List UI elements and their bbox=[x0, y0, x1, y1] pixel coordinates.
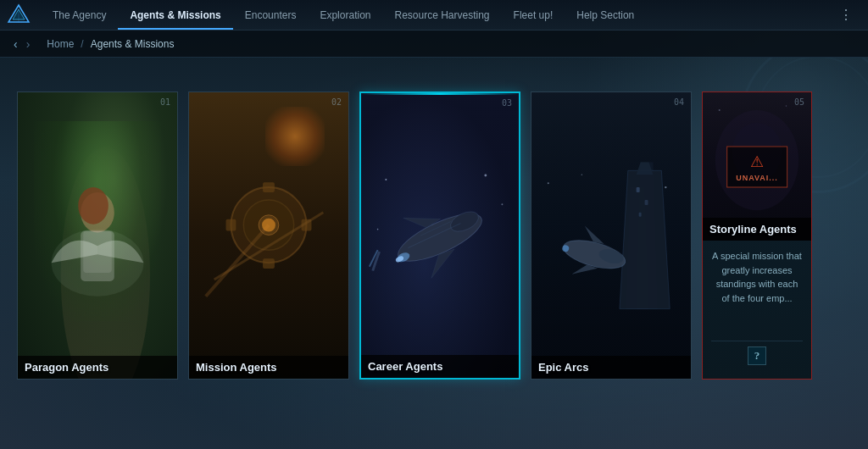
svg-rect-11 bbox=[263, 182, 275, 192]
svg-point-19 bbox=[484, 175, 487, 177]
svg-rect-33 bbox=[645, 200, 648, 205]
card-title-career: Career Agents bbox=[368, 360, 512, 373]
breadcrumb-forward[interactable]: › bbox=[23, 36, 34, 53]
card-title-paragon: Paragon Agents bbox=[25, 361, 170, 374]
sidebar-item-the-agency[interactable]: The Agency bbox=[41, 0, 118, 30]
breadcrumb-back[interactable]: ‹ bbox=[10, 36, 21, 53]
card-number-04: 04 bbox=[674, 97, 684, 107]
card-number-03: 03 bbox=[502, 98, 512, 108]
cards-container: 01 bbox=[17, 83, 851, 432]
card-image-paragon: Paragon Agents bbox=[18, 92, 177, 379]
card-mission-agents[interactable]: 02 bbox=[188, 91, 349, 380]
breadcrumb-home[interactable]: Home bbox=[47, 38, 74, 50]
app-logo bbox=[7, 3, 31, 27]
sidebar-item-encounters[interactable]: Encounters bbox=[233, 0, 309, 30]
card-body-mission: Browse agents looking to hire in various… bbox=[189, 379, 348, 380]
unavailable-overlay: ⚠ UNAVAI... bbox=[726, 146, 787, 187]
svg-rect-13 bbox=[226, 219, 236, 231]
svg-point-17 bbox=[262, 219, 275, 232]
navbar: The Agency Agents & Missions Encounters … bbox=[0, 0, 868, 30]
card-number-05: 05 bbox=[794, 97, 804, 107]
svg-point-18 bbox=[385, 179, 387, 180]
card-body-paragon: Deliver requested items to unlock Parago… bbox=[18, 379, 177, 380]
card-title-mission: Mission Agents bbox=[196, 361, 342, 374]
svg-point-5 bbox=[78, 187, 108, 224]
card-image-career: Career Agents bbox=[361, 93, 519, 378]
svg-point-30 bbox=[665, 186, 666, 188]
card-description-storyline: A special mission that greatly increases… bbox=[711, 249, 803, 305]
card-image-mission: Mission Agents bbox=[189, 92, 348, 379]
card-body-career: Take a specialized course in each of New… bbox=[361, 378, 519, 380]
svg-rect-12 bbox=[263, 258, 275, 269]
nav-more-button[interactable]: ⋮ bbox=[831, 7, 861, 23]
unavailable-text: UNAVAI... bbox=[736, 173, 778, 181]
card-body-storyline: A special mission that greatly increases… bbox=[703, 241, 811, 379]
card-title-bar-career: Career Agents bbox=[361, 355, 519, 378]
sidebar-item-exploration[interactable]: Exploration bbox=[308, 0, 382, 30]
card-title-epic: Epic Arcs bbox=[538, 361, 684, 374]
card-image-epic: Epic Arcs bbox=[531, 92, 691, 379]
svg-point-28 bbox=[548, 182, 549, 184]
card-paragon-agents[interactable]: 01 bbox=[17, 91, 178, 380]
card-number-01: 01 bbox=[160, 97, 170, 107]
breadcrumb-nav: ‹ › bbox=[10, 36, 33, 53]
sidebar-item-agents-missions[interactable]: Agents & Missions bbox=[118, 0, 232, 30]
breadcrumb-separator: / bbox=[81, 38, 83, 50]
sidebar-item-resource-harvesting[interactable]: Resource Harvesting bbox=[382, 0, 501, 30]
svg-point-38 bbox=[719, 109, 721, 111]
svg-point-21 bbox=[377, 229, 379, 230]
card-title-bar-storyline: Storyline Agents bbox=[703, 218, 811, 241]
card-title-bar-paragon: Paragon Agents bbox=[18, 356, 177, 379]
svg-point-39 bbox=[786, 105, 787, 107]
svg-rect-32 bbox=[637, 187, 640, 192]
card-body-epic: Prove your value to each of the major fa… bbox=[531, 379, 691, 380]
sidebar-item-help-section[interactable]: Help Section bbox=[565, 0, 646, 30]
card-footer-storyline: ? bbox=[711, 341, 803, 372]
card-number-02: 02 bbox=[331, 97, 342, 107]
svg-rect-34 bbox=[639, 213, 642, 217]
main-content: 01 bbox=[0, 58, 868, 449]
unavailable-warning-icon: ⚠ bbox=[750, 152, 764, 170]
svg-point-20 bbox=[501, 203, 503, 205]
nav-items: The Agency Agents & Missions Encounters … bbox=[41, 0, 831, 30]
svg-point-29 bbox=[581, 174, 583, 175]
sidebar-item-fleet-up[interactable]: Fleet up! bbox=[502, 0, 565, 30]
card-image-storyline: ⚠ UNAVAI... Storyline Agents bbox=[703, 92, 811, 241]
card-career-agents[interactable]: 03 bbox=[359, 91, 520, 380]
card-help-button-storyline[interactable]: ? bbox=[748, 346, 766, 365]
card-title-bar-epic: Epic Arcs bbox=[531, 356, 691, 379]
card-epic-arcs[interactable]: 04 bbox=[531, 91, 692, 380]
card-title-storyline: Storyline Agents bbox=[709, 223, 804, 236]
card-title-bar-mission: Mission Agents bbox=[189, 356, 348, 379]
card-storyline-agents[interactable]: 05 ⚠ UNAVAI... Storyline Agents bbox=[702, 91, 812, 380]
breadcrumb-current: Agents & Missions bbox=[91, 38, 175, 50]
breadcrumb-bar: ‹ › Home / Agents & Missions bbox=[0, 30, 868, 58]
